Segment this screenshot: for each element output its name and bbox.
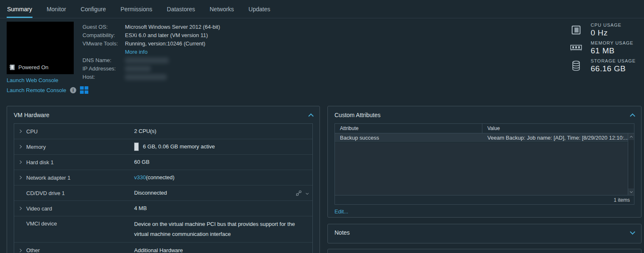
value-cell: Veeam Backup: Job name: [AD], Time: [8/2… (482, 133, 634, 142)
cpu-usage-label: CPU USAGE (591, 23, 622, 28)
connect-device-icon[interactable] (295, 190, 302, 196)
edit-attributes-link[interactable]: Edit... (334, 208, 348, 215)
launch-remote-console-link[interactable]: Launch Remote Console (7, 87, 66, 93)
vm-hardware-panel: VM Hardware CPU 2 CPU(s) Memory 6 GB, 0.… (7, 106, 320, 253)
hw-row-value: Additional Hardware (134, 245, 312, 253)
power-state-badge: Powered On (10, 64, 48, 70)
tab-configure[interactable]: Configure (80, 0, 107, 18)
tab-networks[interactable]: Networks (209, 0, 234, 18)
table-body: Backup success Veeam Backup: Job name: [… (335, 133, 634, 195)
hw-row-label: Network adapter 1 (26, 175, 70, 181)
expand-chevron-icon[interactable] (18, 160, 22, 164)
storage-usage-label: STORAGE USAGE (591, 58, 636, 63)
notes-title: Notes (334, 229, 350, 236)
vm-info-list: Guest OS: Microsoft Windows Server 2012 … (82, 23, 220, 81)
attribute-column-header: Attribute (335, 124, 482, 133)
scrollbar[interactable] (628, 133, 634, 195)
table-row: Other Additional Hardware (14, 243, 312, 253)
vm-icon (10, 64, 15, 70)
hw-row-label: CPU (26, 128, 37, 135)
table-row: CD/DVD drive 1 Disconnected (14, 185, 312, 201)
host-label: Host: (82, 73, 125, 81)
custom-attributes-table: Attribute Value Backup success Veeam Bac… (334, 123, 634, 205)
hw-row-value: Disconnected (134, 188, 312, 198)
info-icon[interactable]: i (70, 87, 76, 93)
vm-hardware-title: VM Hardware (14, 112, 50, 118)
hw-row-value: Device on the virtual machine PCI bus th… (134, 216, 312, 242)
expand-chevron-icon[interactable] (18, 145, 22, 148)
vm-hardware-collapse-icon[interactable] (308, 113, 314, 119)
table-row: Hard disk 1 60 GB (14, 155, 312, 170)
notes-expand-icon[interactable] (630, 229, 635, 235)
table-row: VMCI device Device on the virtual machin… (14, 216, 312, 243)
memory-usage-item: MEMORY USAGE 61 MB (570, 40, 636, 55)
memory-gauge-icon (134, 143, 139, 151)
vm-hardware-table: CPU 2 CPU(s) Memory 6 GB, 0.06 GB memory… (14, 123, 313, 253)
memory-usage-label: MEMORY USAGE (591, 40, 634, 45)
hw-row-label: CD/DVD drive 1 (26, 190, 65, 196)
compatibility-value: ESXi 6.0 and later (VM version 11) (125, 31, 220, 40)
compatibility-label: Compatibility: (82, 31, 125, 40)
attribute-cell: Backup success (335, 133, 482, 142)
windows-logo-icon[interactable] (80, 86, 88, 94)
host-redacted-value (125, 74, 167, 80)
expand-chevron-icon[interactable] (18, 176, 22, 179)
expand-chevron-icon[interactable] (18, 248, 22, 252)
memory-icon (570, 44, 582, 52)
vm-console-thumbnail[interactable]: Powered On (7, 22, 74, 74)
hw-row-label: Video card (26, 205, 52, 212)
table-row[interactable]: Backup success Veeam Backup: Job name: [… (335, 133, 634, 143)
memory-usage-value: 61 MB (591, 46, 634, 55)
storage-usage-item: STORAGE USAGE 66.16 GB (570, 58, 636, 73)
custom-attributes-title: Custom Attributes (334, 112, 381, 118)
launch-web-console-link[interactable]: Launch Web Console (7, 77, 58, 83)
items-count: 1 items (335, 195, 634, 204)
dns-name-redacted-value (125, 58, 169, 63)
guest-os-value: Microsoft Windows Server 2012 (64-bit) (125, 23, 220, 31)
storage-usage-value: 66.16 GB (591, 64, 636, 73)
table-row: Video card 4 MB (14, 201, 312, 216)
chevron-down-icon (629, 190, 632, 193)
notes-panel: Notes (327, 224, 642, 243)
tab-monitor[interactable]: Monitor (46, 0, 67, 18)
cpu-icon (571, 25, 582, 35)
chevron-up-icon (629, 136, 632, 139)
scroll-down-button[interactable] (628, 188, 634, 195)
guest-os-label: Guest OS: (82, 23, 125, 31)
chevron-down-icon[interactable] (306, 191, 309, 194)
hw-row-value: 4 MB (134, 203, 312, 213)
value-column-header: Value (482, 124, 634, 133)
scroll-up-button[interactable] (628, 133, 634, 140)
hw-row-value: v330 (connected) (134, 173, 312, 183)
expand-chevron-icon[interactable] (18, 130, 22, 133)
table-header: Attribute Value (335, 124, 634, 133)
table-row: CPU 2 CPU(s) (14, 124, 312, 139)
network-link[interactable]: v330 (134, 173, 146, 183)
custom-attributes-collapse-icon[interactable] (630, 113, 635, 119)
ip-addresses-label: IP Addresses: (82, 65, 125, 73)
vmware-tools-value: Running, version:10246 (Current) (125, 40, 220, 48)
table-row: Network adapter 1 v330 (connected) (14, 170, 312, 185)
cpu-usage-value: 0 Hz (591, 28, 622, 38)
tab-updates[interactable]: Updates (248, 0, 271, 18)
ip-addresses-redacted-value (125, 66, 151, 72)
cpu-usage-item: CPU USAGE 0 Hz (570, 23, 636, 38)
hw-row-value: 60 GB (134, 157, 312, 167)
hw-row-label: Hard disk 1 (26, 159, 54, 165)
partial-panel (327, 249, 642, 253)
hw-row-value: 2 CPU(s) (134, 126, 312, 136)
tab-bar: Summary Monitor Configure Permissions Da… (0, 0, 644, 18)
dns-name-label: DNS Name: (82, 56, 125, 65)
tab-datastores[interactable]: Datastores (167, 0, 196, 18)
hw-row-label: Other (26, 247, 40, 253)
more-info-link[interactable]: More info (125, 49, 147, 55)
resource-usage-panel: CPU USAGE 0 Hz MEMORY USAGE 61 MB (570, 23, 636, 76)
expand-chevron-icon[interactable] (18, 207, 22, 210)
hw-row-value: 6 GB, 0.06 GB memory active (134, 142, 312, 152)
table-row: Memory 6 GB, 0.06 GB memory active (14, 139, 312, 155)
hw-row-label: VMCI device (26, 220, 57, 227)
tab-permissions[interactable]: Permissions (120, 0, 152, 18)
tab-summary[interactable]: Summary (7, 0, 32, 18)
hw-row-label: Memory (26, 144, 46, 150)
vmware-tools-label: VMware Tools: (82, 40, 125, 48)
